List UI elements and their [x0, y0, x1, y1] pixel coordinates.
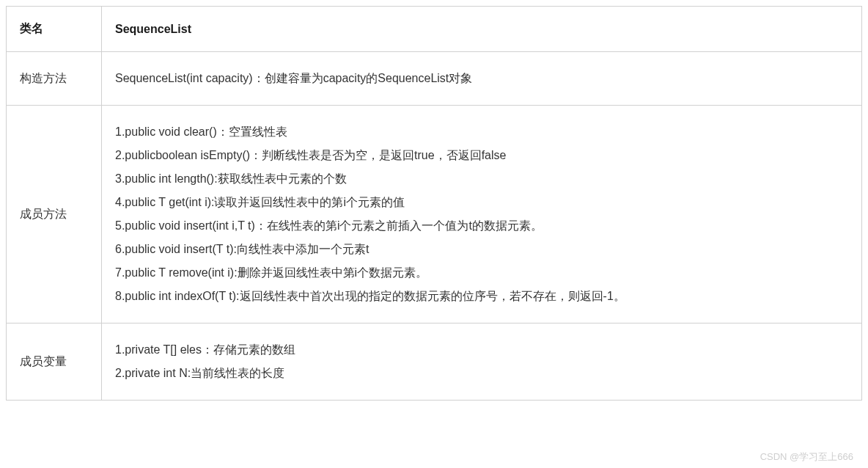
row-label: 成员变量	[7, 323, 102, 401]
table-row: 构造方法 SequenceList(int capacity)：创建容量为cap…	[7, 52, 862, 106]
row-content: SequenceList(int capacity)：创建容量为capacity…	[102, 52, 862, 106]
line-text: 1.public void clear()：空置线性表	[115, 120, 848, 144]
row-lines: SequenceList(int capacity)：创建容量为capacity…	[115, 67, 848, 90]
header-label: 类名	[7, 7, 102, 52]
api-table: 类名 SequenceList 构造方法 SequenceList(int ca…	[6, 6, 862, 401]
row-content: 1.public void clear()：空置线性表 2.publicbool…	[102, 106, 862, 323]
line-text: 3.public int length():获取线性表中元素的个数	[115, 167, 848, 191]
row-lines: 1.public void clear()：空置线性表 2.publicbool…	[115, 120, 848, 308]
line-text: 2.private int N:当前线性表的长度	[115, 362, 848, 385]
header-value: SequenceList	[102, 7, 862, 52]
line-text: 8.public int indexOf(T t):返回线性表中首次出现的指定的…	[115, 285, 848, 308]
row-lines: 1.private T[] eles：存储元素的数组 2.private int…	[115, 338, 848, 385]
row-label: 成员方法	[7, 106, 102, 323]
line-text: 2.publicboolean isEmpty()：判断线性表是否为空，是返回t…	[115, 144, 848, 167]
row-label: 构造方法	[7, 52, 102, 106]
line-text: 5.public void insert(int i,T t)：在线性表的第i个…	[115, 214, 848, 238]
line-text: 7.public T remove(int i):删除并返回线性表中第i个数据元…	[115, 261, 848, 285]
table-row: 成员变量 1.private T[] eles：存储元素的数组 2.privat…	[7, 323, 862, 401]
line-text: 6.public void insert(T t):向线性表中添加一个元素t	[115, 238, 848, 261]
line-text: 4.public T get(int i):读取并返回线性表中的第i个元素的值	[115, 191, 848, 214]
table-header-row: 类名 SequenceList	[7, 7, 862, 52]
row-content: 1.private T[] eles：存储元素的数组 2.private int…	[102, 323, 862, 401]
table-row: 成员方法 1.public void clear()：空置线性表 2.publi…	[7, 106, 862, 323]
line-text: SequenceList(int capacity)：创建容量为capacity…	[115, 67, 848, 90]
line-text: 1.private T[] eles：存储元素的数组	[115, 338, 848, 362]
